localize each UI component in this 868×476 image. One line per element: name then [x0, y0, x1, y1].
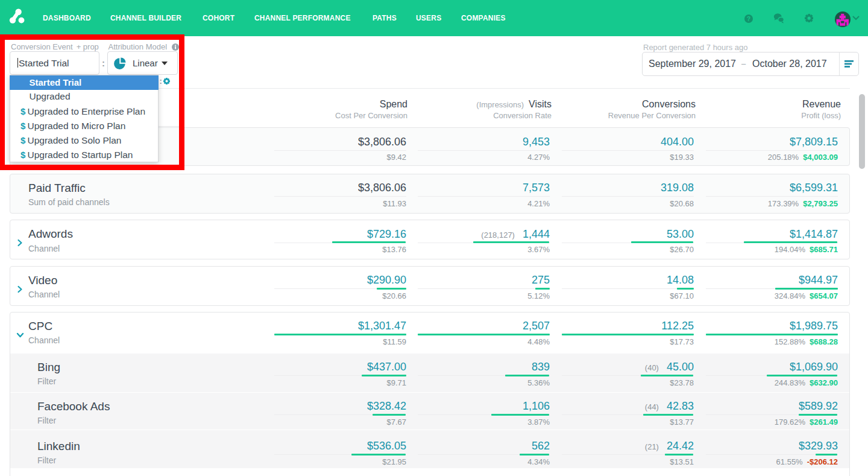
svg-text:?: ?: [746, 14, 750, 22]
